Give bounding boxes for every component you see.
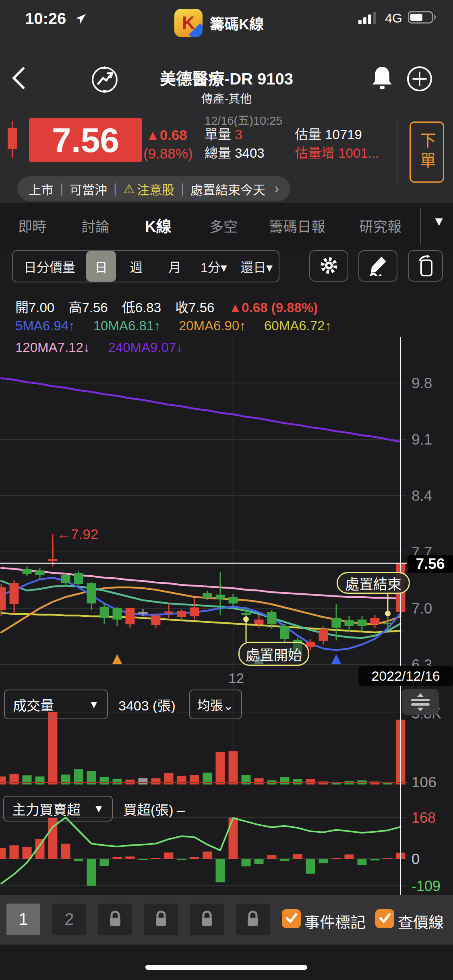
status-bar: 10:26 K 籌碼K線 4G <box>0 0 453 40</box>
ohlc-readout: 開7.00 高7.56 低6.83 收7.56 ▲0.68 (9.88%) <box>15 297 318 316</box>
clock: 10:26 <box>25 10 66 28</box>
open-value: 7.00 <box>29 300 54 315</box>
quote-estimate-column: 估量 10719 估量增 1001... <box>295 126 379 163</box>
unit-volume-label: 單量 <box>205 127 231 142</box>
mini-candle-icon <box>7 121 18 158</box>
locked-page-button[interactable] <box>236 904 270 935</box>
ma-lines-layer <box>1 378 401 650</box>
chevron-down-icon: ▼ <box>93 803 104 815</box>
tab-kline[interactable]: K線 <box>145 214 171 236</box>
segment-intraday[interactable]: 日分價量 <box>13 251 86 282</box>
volume-latest-value: 3403 (張) <box>118 695 176 714</box>
svg-text:9.8: 9.8 <box>412 375 432 391</box>
divider <box>397 119 397 183</box>
segment-minute[interactable]: 1分▾ <box>193 251 234 282</box>
disposal-end-badge[interactable]: 處置結束 <box>337 572 410 594</box>
flow-layer: 1680-109 <box>0 809 441 894</box>
svg-text:←7.92: ←7.92 <box>57 526 98 542</box>
tag-listed: 上市 <box>29 180 54 198</box>
total-volume-value: 3403 <box>235 146 264 161</box>
svg-text:168: 168 <box>412 809 436 826</box>
event-marker-label: 事件標記 <box>304 910 366 932</box>
ma60-label: 60MA6.72↑ <box>264 318 331 333</box>
change-readout: ▲0.68 (9.88%) <box>229 300 318 315</box>
page-2-button[interactable]: 2 <box>52 904 86 935</box>
svg-text:106: 106 <box>412 774 436 791</box>
bell-icon[interactable] <box>370 65 395 93</box>
place-order-button[interactable]: 下單 <box>410 121 444 183</box>
est-inc-value: 1001... <box>338 146 379 161</box>
flow-legend: 買超(張) – <box>123 799 185 819</box>
cursor-date-badge: 2022/12/16 <box>358 666 453 686</box>
chevron-down-icon: ▼ <box>89 698 99 711</box>
tag-daytrade: 可當沖 <box>70 180 107 198</box>
app-icon: K <box>174 9 203 37</box>
rotate-phone-icon <box>415 255 436 278</box>
est-volume-value: 10719 <box>325 127 362 142</box>
divider <box>420 208 421 245</box>
segment-month[interactable]: 月 <box>156 251 193 282</box>
avg-lots-button[interactable]: 均張⌄ <box>189 690 242 719</box>
event-marker-checkbox[interactable] <box>282 909 301 928</box>
disposal-start-badge[interactable]: 處置開始 <box>238 642 309 666</box>
last-price: 7.56 <box>29 118 142 162</box>
total-volume-label: 總量 <box>205 146 231 161</box>
draw-button[interactable] <box>358 250 397 282</box>
unit-volume-value: 3 <box>235 127 242 142</box>
settings-button[interactable] <box>309 250 348 282</box>
tab-realtime[interactable]: 即時 <box>18 215 46 236</box>
page-1-button[interactable]: 1 <box>6 904 40 935</box>
ma-labels-row-1: 5MA6.94↑ 10MA6.81↑ 20MA6.90↑ 60MA6.72↑ <box>15 318 346 334</box>
volume-control-row: 成交量 ▼ 3403 (張) 均張⌄ <box>4 690 242 719</box>
warning-icon: ⚠ <box>123 181 134 196</box>
high-value: 7.56 <box>82 300 108 315</box>
tab-longshort[interactable]: 多空 <box>209 215 238 236</box>
main-force-dropdown[interactable]: 主力買賣超 ▼ <box>3 796 113 821</box>
price-check-label: 查價線 <box>398 910 444 932</box>
segment-day[interactable]: 日 <box>86 251 116 282</box>
price-check-checkbox[interactable] <box>375 909 394 928</box>
tag-disposal: 處置結束今天 <box>190 180 265 198</box>
est-inc-label: 估量增 <box>295 146 335 161</box>
network-type: 4G <box>385 11 402 26</box>
est-volume-label: 估量 <box>295 127 321 142</box>
battery-icon <box>408 10 437 26</box>
flow-control-row: 主力買賣超 ▼ 買超(張) – <box>3 796 185 821</box>
bottom-toolbar: 1 2 事件標記 查價線 <box>0 895 453 945</box>
add-button[interactable] <box>406 65 433 94</box>
price-change: ▲0.68 <box>146 127 187 143</box>
check-icon <box>379 912 391 926</box>
svg-text:8.4: 8.4 <box>412 488 432 504</box>
period-segmented-control: 日分價量 日 週 月 1分▾ 還日▾ <box>12 250 279 282</box>
home-indicator[interactable] <box>145 965 307 970</box>
stock-status-tags[interactable]: 上市 | 可當沖 | ⚠注意股 | 處置結束今天 › <box>17 176 290 201</box>
chart-scroll-handle[interactable] <box>402 689 439 715</box>
tab-bar: 即時 討論 K線 多空 籌碼日報 研究報 ▼ <box>0 203 453 249</box>
rotate-screen-button[interactable] <box>408 250 443 282</box>
ma5-label: 5MA6.94↑ <box>15 318 75 333</box>
app-name: 籌碼K線 <box>210 12 264 33</box>
pencil-icon <box>368 255 389 277</box>
status-app-identity: K 籌碼K線 <box>174 9 264 37</box>
check-icon <box>285 912 298 926</box>
tab-discussion[interactable]: 討論 <box>81 215 110 236</box>
close-value: 7.56 <box>188 300 214 315</box>
segment-restore[interactable]: 還日▾ <box>234 251 279 282</box>
segment-week[interactable]: 週 <box>116 251 156 282</box>
volume-indicator-dropdown[interactable]: 成交量 ▼ <box>4 690 108 719</box>
svg-text:12: 12 <box>228 670 244 686</box>
svg-text:7.0: 7.0 <box>412 600 432 617</box>
svg-text:9.1: 9.1 <box>412 431 432 448</box>
lock-icon <box>154 910 168 929</box>
tab-chip-daily[interactable]: 籌碼日報 <box>269 215 325 236</box>
location-arrow-icon <box>75 13 87 27</box>
locked-page-button[interactable] <box>190 904 224 935</box>
svg-text:-109: -109 <box>412 878 441 894</box>
price-change-pct: (9.88%) <box>143 146 193 162</box>
tab-research[interactable]: 研究報 <box>359 215 419 236</box>
cursor-price-badge: 7.56 <box>407 555 453 573</box>
locked-page-button[interactable] <box>98 904 132 935</box>
lock-icon <box>246 910 260 929</box>
locked-page-button[interactable] <box>144 904 178 935</box>
tab-more-button[interactable]: ▼ <box>428 214 450 229</box>
